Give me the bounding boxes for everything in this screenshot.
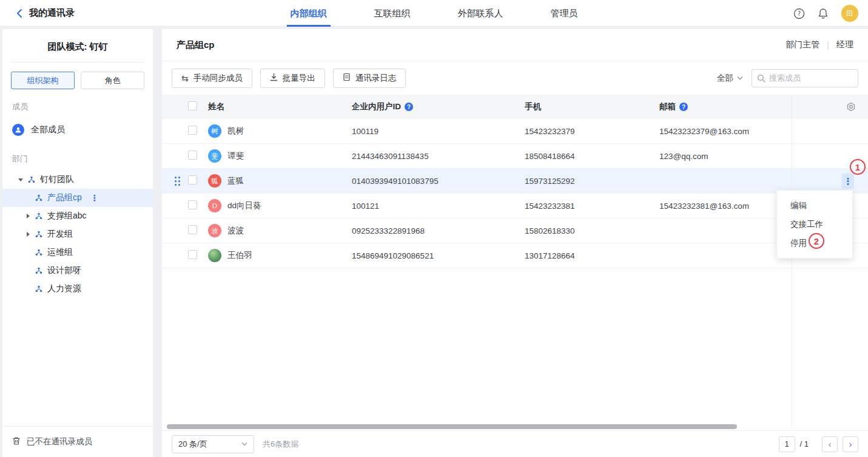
tree-item-ops-group[interactable]: 运维组 (2, 243, 153, 262)
menu-item-handover[interactable]: 交接工作 (777, 215, 852, 234)
row-checkbox[interactable] (188, 126, 197, 135)
member-user-id: 21443463091138435 (352, 152, 429, 161)
department-icon (28, 176, 35, 183)
search-icon (757, 74, 765, 83)
avatar: 斐 (208, 149, 221, 163)
top-tabs: 内部组织 互联组织 外部联系人 管理员 (287, 0, 582, 27)
removed-members-entry[interactable]: 已不在通讯录成员 (2, 426, 153, 457)
topbar: 我的通讯录 内部组织 互联组织 外部联系人 管理员 ? 田 (0, 0, 868, 27)
pagination-bar: 20 条/页 共6条数据 / 1 ‹ › (162, 430, 868, 457)
caret-right-icon[interactable] (25, 214, 35, 218)
sidebar: 团队模式: 钉钉 组织架构 角色 成员 全部成员 部门 钉钉团队 (2, 29, 153, 457)
user-avatar[interactable]: 田 (841, 5, 858, 22)
row-checkbox[interactable] (188, 200, 197, 209)
tree-item-dev-group[interactable]: 开发组 (2, 225, 153, 243)
removed-members-label: 已不在通讯录成员 (27, 436, 92, 447)
table-row-selected[interactable]: 狐蓝狐 0140393949101083795 15973125292 ⋮ (162, 169, 868, 194)
tab-linked-org[interactable]: 互联组织 (371, 0, 414, 27)
column-settings-gear-icon[interactable] (846, 102, 856, 112)
department-icon (35, 231, 42, 238)
tree-item-label: 设计部呀 (47, 265, 81, 276)
tree-item-product-group[interactable]: 产品组cp ⋮ (2, 189, 153, 207)
member-phone: 15973125292 (525, 177, 575, 186)
member-name: 蓝狐 (227, 175, 244, 186)
member-user-id: 0925233322891968 (352, 226, 425, 235)
total-count-label: 共6条数据 (263, 439, 298, 450)
role-manager[interactable]: 经理 (836, 39, 853, 50)
contact-log-button[interactable]: 通讯录日志 (333, 69, 406, 88)
search-input[interactable] (769, 73, 848, 83)
page-number-input[interactable] (779, 436, 795, 452)
member-email: 15423232381@163.com (659, 201, 749, 211)
scope-filter-dropdown[interactable]: 全部 (717, 73, 743, 84)
select-all-checkbox[interactable] (188, 101, 197, 110)
table-row[interactable]: 斐谭斐 21443463091138435 18508418664 123@qq… (162, 144, 868, 169)
column-phone: 手机 (525, 101, 541, 112)
caret-right-icon[interactable] (25, 232, 35, 237)
avatar: 树 (208, 124, 221, 138)
back-button[interactable]: 我的通讯录 (0, 7, 75, 19)
row-checkbox[interactable] (188, 225, 197, 234)
tree-item-design-dept[interactable]: 设计部呀 (2, 262, 153, 280)
tab-external-contacts[interactable]: 外部联系人 (454, 0, 507, 27)
row-more-actions-icon[interactable]: ⋮ (842, 174, 854, 189)
annotation-step-2: 2 (809, 233, 824, 249)
member-phone: 15423232379 (525, 127, 575, 136)
main-panel: 产品组cp 部门主管 | 经理 ⇆ 手动同步成员 批量导出 (162, 29, 868, 457)
email-help-icon[interactable]: ? (679, 103, 688, 111)
tree-item-label: 运维组 (47, 247, 73, 258)
user-id-help-icon[interactable]: ? (405, 103, 413, 111)
prev-page-button[interactable]: ‹ (822, 436, 838, 452)
tree-item-support-group[interactable]: 支撑组abc (2, 207, 153, 225)
role-button[interactable]: 角色 (81, 72, 144, 89)
manual-sync-button[interactable]: ⇆ 手动同步成员 (172, 69, 252, 88)
horizontal-scrollbar[interactable] (167, 424, 737, 429)
tab-internal-org[interactable]: 内部组织 (287, 0, 331, 27)
table-row[interactable]: Ddd向日葵 100121 15423232381 15423232381@16… (162, 194, 868, 218)
all-members-label: 全部成员 (31, 124, 65, 135)
members-icon (12, 124, 24, 136)
member-phone: 15802618330 (525, 226, 575, 235)
department-icon (35, 249, 42, 256)
member-email: 15423232379@163.com (659, 127, 749, 136)
role-dept-head[interactable]: 部门主管 (786, 39, 819, 50)
department-icon (35, 267, 42, 274)
member-search[interactable] (752, 69, 858, 87)
tree-item-more-icon[interactable]: ⋮ (90, 193, 99, 203)
column-name: 姓名 (208, 101, 224, 112)
drag-handle[interactable] (175, 177, 180, 186)
help-icon[interactable]: ? (793, 7, 805, 19)
member-name: 波波 (227, 225, 244, 236)
divider (11, 62, 144, 63)
row-checkbox[interactable] (188, 151, 197, 160)
caret-down-icon[interactable] (18, 175, 28, 184)
department-title: 产品组cp (177, 39, 215, 51)
notification-bell-icon[interactable] (817, 7, 829, 19)
next-page-button[interactable]: › (843, 436, 858, 452)
batch-export-button[interactable]: 批量导出 (260, 69, 325, 88)
tab-admins[interactable]: 管理员 (547, 0, 582, 27)
table-row[interactable]: 波波波 0925233322891968 15802618330 (162, 218, 868, 243)
avatar: 波 (208, 224, 221, 237)
member-name: 谭斐 (227, 151, 244, 161)
member-phone: 13017128664 (525, 251, 575, 260)
row-checkbox[interactable] (188, 250, 197, 259)
role-separator: | (827, 40, 829, 50)
member-name: 王伯羽 (227, 250, 252, 261)
trash-icon (12, 436, 21, 447)
chevron-down-icon (737, 76, 743, 80)
menu-item-edit[interactable]: 编辑 (777, 196, 852, 215)
org-structure-button[interactable]: 组织架构 (11, 72, 75, 89)
table-row[interactable]: 王伯羽 154869491029086521 13017128664 (162, 243, 868, 268)
table-row[interactable]: 树凯树 100119 15423232379 15423232379@163.c… (162, 119, 868, 144)
member-email: 123@qq.com (659, 152, 708, 161)
member-name: dd向日葵 (227, 200, 261, 211)
department-icon (35, 194, 42, 201)
sidebar-item-all-members[interactable]: 全部成员 (2, 118, 153, 141)
page-size-select[interactable]: 20 条/页 (172, 435, 254, 453)
row-checkbox[interactable] (188, 175, 197, 184)
tree-item-dingtalk-team[interactable]: 钉钉团队 (2, 171, 153, 189)
department-tree: 钉钉团队 产品组cp ⋮ 支撑组abc (2, 171, 153, 298)
page-title: 我的通讯录 (29, 7, 75, 19)
tree-item-hr[interactable]: 人力资源 (2, 280, 153, 298)
